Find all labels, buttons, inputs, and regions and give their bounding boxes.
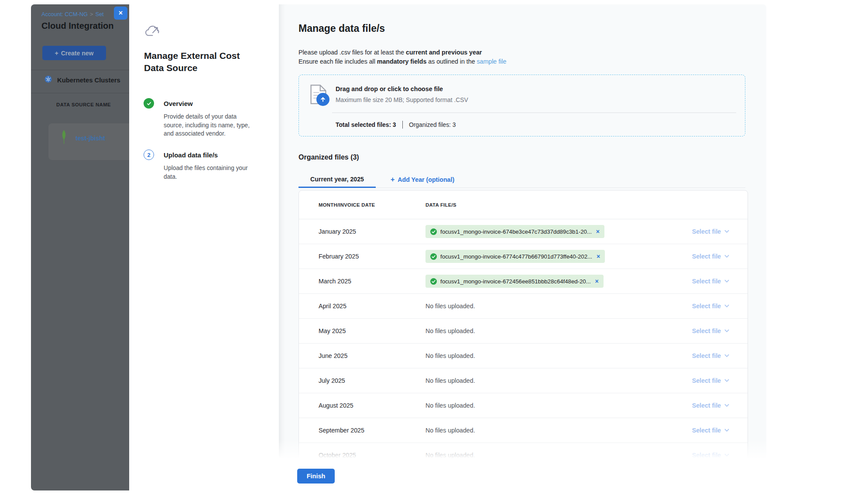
chip-remove-icon[interactable]: × bbox=[595, 278, 599, 285]
organized-files-count: Organized files: 3 bbox=[409, 122, 456, 128]
upload-instructions: Please upload .csv files for at least th… bbox=[298, 48, 506, 66]
select-file-button[interactable]: Select file bbox=[692, 228, 748, 235]
select-file-label: Select file bbox=[692, 228, 721, 235]
panel-heading: Manage data file/s bbox=[298, 23, 385, 34]
instruction-line-2: Ensure each file includes all mandatory … bbox=[298, 57, 506, 66]
file-success-check-icon bbox=[430, 228, 437, 235]
sample-file-link[interactable]: sample file bbox=[477, 58, 507, 65]
chip-remove-icon[interactable]: × bbox=[596, 228, 600, 235]
month-label: March 2025 bbox=[299, 278, 425, 285]
chip-filename: focusv1_mongo-invoice-672456ee851bbb28c6… bbox=[440, 278, 591, 285]
page-title: Cloud Integration bbox=[41, 21, 114, 31]
monthly-files-table: MONTH/INVOICE DATE DATA FILE/S January 2… bbox=[298, 190, 748, 462]
file-cell: focusv1_mongo-invoice-6774c477b667901d77… bbox=[425, 250, 692, 263]
background-page-overlay: Account: CCM-NG>Set Cloud Integration + … bbox=[31, 4, 129, 490]
select-file-label: Select file bbox=[692, 278, 721, 285]
step-upload-data-files[interactable]: 2 Upload data file/s Upload the files co… bbox=[144, 150, 258, 181]
month-label: August 2025 bbox=[299, 402, 425, 409]
divider bbox=[332, 112, 736, 113]
chevron-down-icon bbox=[724, 279, 729, 283]
chevron-down-icon bbox=[724, 404, 729, 407]
month-column-header: MONTH/INVOICE DATE bbox=[299, 202, 425, 208]
upload-arrow-icon bbox=[316, 93, 329, 106]
chip-filename: focusv1_mongo-invoice-6774c477b667901d77… bbox=[440, 253, 592, 260]
select-file-button[interactable]: Select file bbox=[692, 402, 748, 409]
table-row: August 2025No files uploaded.Select file bbox=[299, 393, 748, 418]
external-cost-cloud-icon bbox=[144, 25, 161, 40]
no-files-text: No files uploaded. bbox=[425, 377, 475, 384]
step-overview-label: Overview bbox=[164, 98, 258, 107]
uploaded-file-chip: focusv1_mongo-invoice-6774c477b667901d77… bbox=[425, 250, 605, 263]
file-cell: No files uploaded. bbox=[425, 427, 692, 434]
select-file-label: Select file bbox=[692, 427, 721, 434]
select-file-button[interactable]: Select file bbox=[692, 253, 748, 260]
file-success-check-icon bbox=[430, 278, 437, 285]
table-row: September 2025No files uploaded.Select f… bbox=[299, 418, 748, 443]
data-source-link: test-jbisht bbox=[75, 135, 105, 142]
dropzone-title: Drag and drop or click to choose file bbox=[336, 85, 443, 92]
tab-kubernetes-clusters: Kubernetes Clusters bbox=[45, 75, 120, 85]
plus-icon: + bbox=[55, 50, 58, 57]
select-file-button[interactable]: Select file bbox=[692, 427, 748, 434]
drawer-title: Manage External Cost Data Source bbox=[144, 50, 253, 74]
table-row: October 2025No files uploaded.Select fil… bbox=[299, 443, 748, 462]
tab-current-year[interactable]: Current year, 2025 bbox=[298, 171, 376, 188]
month-label: September 2025 bbox=[299, 427, 425, 434]
table-row: April 2025No files uploaded.Select file bbox=[299, 294, 748, 319]
tab-kubernetes-label: Kubernetes Clusters bbox=[57, 77, 120, 84]
breadcrumb-account-link: Account: CCM-NG bbox=[41, 11, 88, 17]
file-cell: focusv1_mongo-invoice-672456ee851bbb28c6… bbox=[425, 275, 692, 288]
close-drawer-button[interactable]: × bbox=[114, 7, 127, 20]
month-label: June 2025 bbox=[299, 352, 425, 359]
select-file-button[interactable]: Select file bbox=[692, 352, 748, 359]
divider bbox=[31, 93, 129, 93]
step-upload-description: Upload the files containing your data. bbox=[164, 164, 258, 181]
data-source-column-header: DATA SOURCE NAME bbox=[56, 102, 111, 107]
select-file-button[interactable]: Select file bbox=[692, 452, 748, 459]
step-overview[interactable]: Overview Provide details of your data so… bbox=[144, 98, 258, 138]
file-dropzone[interactable]: Drag and drop or click to choose file Ma… bbox=[298, 75, 745, 136]
file-cell: No files uploaded. bbox=[425, 327, 692, 334]
add-year-label: Add Year (optional) bbox=[398, 176, 454, 183]
chevron-down-icon bbox=[724, 304, 729, 308]
breadcrumb: Account: CCM-NG>Set bbox=[41, 11, 104, 17]
close-icon: × bbox=[119, 9, 123, 17]
manage-data-source-drawer: Manage External Cost Data Source Overvie… bbox=[129, 4, 766, 490]
chevron-down-icon bbox=[724, 354, 729, 358]
month-label: January 2025 bbox=[299, 228, 425, 235]
select-file-button[interactable]: Select file bbox=[692, 377, 748, 384]
month-label: July 2025 bbox=[299, 377, 425, 384]
select-file-label: Select file bbox=[692, 253, 721, 260]
file-column-header: DATA FILE/S bbox=[425, 202, 456, 208]
chevron-down-icon bbox=[724, 255, 729, 258]
chevron-down-icon bbox=[724, 329, 729, 333]
add-year-button[interactable]: + Add Year (optional) bbox=[391, 171, 454, 188]
month-label: May 2025 bbox=[299, 327, 425, 334]
select-file-label: Select file bbox=[692, 377, 721, 384]
month-label: February 2025 bbox=[299, 253, 425, 260]
chip-remove-icon[interactable]: × bbox=[597, 253, 600, 260]
file-cell: focusv1_mongo-invoice-674be3ce47c73d37dd… bbox=[425, 225, 692, 238]
uploaded-file-chip: focusv1_mongo-invoice-672456ee851bbb28c6… bbox=[425, 275, 604, 288]
dropzone-subtitle: Maximum file size 20 MB; Supported forma… bbox=[336, 97, 468, 103]
chevron-down-icon bbox=[724, 453, 729, 457]
manage-data-files-panel: Manage data file/s Please upload .csv fi… bbox=[279, 4, 766, 462]
step-complete-check-icon bbox=[144, 98, 154, 109]
divider bbox=[31, 70, 129, 70]
select-file-button[interactable]: Select file bbox=[692, 327, 748, 334]
finish-button[interactable]: Finish bbox=[297, 469, 335, 484]
total-selected-files: Total selected files: 3 bbox=[336, 122, 396, 128]
select-file-button[interactable]: Select file bbox=[692, 303, 748, 310]
step-overview-description: Provide details of your data source, inc… bbox=[164, 112, 258, 138]
select-file-label: Select file bbox=[692, 402, 721, 409]
no-files-text: No files uploaded. bbox=[425, 303, 475, 310]
table-row: March 2025focusv1_mongo-invoice-672456ee… bbox=[299, 269, 748, 294]
select-file-button[interactable]: Select file bbox=[692, 278, 748, 285]
breadcrumb-separator-icon: > bbox=[90, 11, 93, 17]
file-success-check-icon bbox=[430, 253, 437, 260]
stepper-panel: Manage External Cost Data Source Overvie… bbox=[129, 4, 279, 490]
uploaded-file-chip: focusv1_mongo-invoice-674be3ce47c73d37dd… bbox=[425, 225, 604, 238]
create-new-label: Create new bbox=[61, 50, 94, 57]
no-files-text: No files uploaded. bbox=[425, 427, 475, 434]
plus-icon: + bbox=[391, 176, 395, 184]
